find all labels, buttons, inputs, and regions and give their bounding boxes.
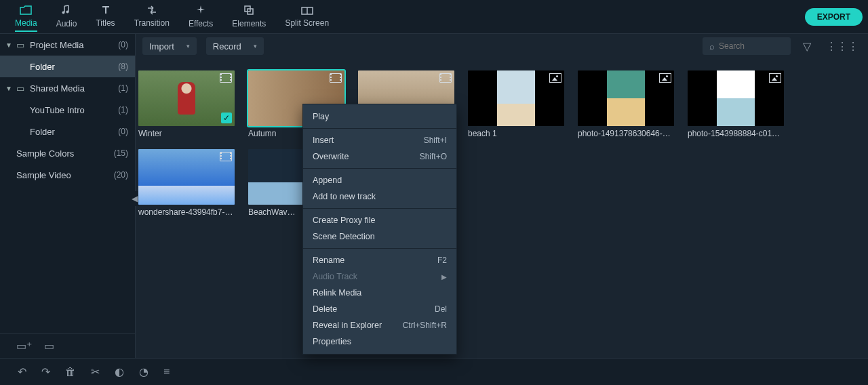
- trans-icon: [146, 5, 157, 17]
- import-dropdown[interactable]: Import ▾: [142, 37, 197, 55]
- photo-icon: [549, 73, 561, 83]
- context-menu[interactable]: PlayInsertShift+IOverwriteShift+OAppendA…: [302, 104, 457, 354]
- tab-effects[interactable]: Effects: [179, 0, 222, 34]
- menu-item-shortcut: Ctrl+Shift+R: [403, 321, 447, 330]
- clip-label: wondershare-43994fb7-9…: [138, 207, 235, 217]
- clip-label: photo-1543988884-c01cf…: [688, 129, 784, 138]
- shared-folder-icon[interactable]: ▭: [44, 340, 54, 352]
- cut-icon[interactable]: ✂: [91, 365, 100, 378]
- import-label: Import: [149, 41, 174, 52]
- sidebar-item-sample-video[interactable]: Sample Video(20): [0, 164, 135, 186]
- search-icon: ⌕: [709, 41, 715, 52]
- tab-transition[interactable]: Transition: [125, 0, 179, 34]
- menu-item-label: Properties: [313, 337, 447, 346]
- sidebar-item-count: (0): [118, 127, 128, 136]
- search-box[interactable]: ⌕: [703, 37, 791, 55]
- tab-titles[interactable]: Titles: [86, 0, 124, 34]
- menu-item-rename[interactable]: RenameF2: [303, 252, 456, 268]
- sidebar-item-shared-media[interactable]: ▼▭Shared Media(1): [0, 77, 135, 99]
- check-icon: ✓: [221, 113, 232, 123]
- menu-item-reveal-in-explorer[interactable]: Reveal in ExplorerCtrl+Shift+R: [303, 317, 456, 333]
- tab-label: Media: [15, 18, 37, 32]
- menu-item-create-proxy-file[interactable]: Create Proxy file: [303, 212, 456, 228]
- clip-thumbnail[interactable]: [578, 70, 674, 126]
- menu-item-add-to-new-track[interactable]: Add to new track: [303, 188, 456, 205]
- sidebar-item-project-media[interactable]: ▼▭Project Media(0): [0, 34, 135, 56]
- menu-item-label: Create Proxy file: [313, 216, 447, 225]
- folder-icon: ▭: [16, 83, 26, 94]
- sidebar-item-sample-colors[interactable]: Sample Colors(15): [0, 142, 135, 164]
- redo-icon[interactable]: ↷: [41, 365, 50, 378]
- export-button[interactable]: EXPORT: [805, 8, 863, 26]
- grid-view-icon[interactable]: ⋮⋮⋮: [823, 37, 861, 56]
- tab-label: Elements: [232, 19, 266, 28]
- menu-item-append[interactable]: Append: [303, 172, 456, 188]
- sidebar-item-count: (8): [118, 62, 128, 71]
- trash-icon[interactable]: 🗑: [65, 366, 76, 378]
- spark-icon: [195, 5, 206, 18]
- clip-thumbnail[interactable]: [468, 70, 564, 126]
- media-clip[interactable]: wondershare-43994fb7-9…: [138, 149, 235, 217]
- sidebar-item-folder[interactable]: Folder(0): [0, 121, 135, 142]
- sidebar-item-label: Folder: [30, 127, 118, 137]
- sidebar-item-count: (20): [114, 170, 128, 180]
- clip-thumbnail[interactable]: [688, 70, 784, 126]
- menu-item-label: Insert: [313, 136, 424, 145]
- menu-item-label: Relink Media: [313, 288, 447, 298]
- sidebar-item-count: (1): [118, 83, 128, 93]
- top-tabs: MediaAudioTitlesTransitionEffectsElement…: [0, 0, 868, 34]
- search-input[interactable]: [719, 41, 784, 51]
- menu-item-label: Rename: [313, 256, 437, 265]
- menu-separator: [303, 168, 456, 169]
- sidebar-item-label: Project Media: [30, 40, 118, 50]
- clip-thumbnail[interactable]: ✓: [138, 70, 235, 126]
- clip-label: Winter: [138, 129, 235, 138]
- chevron-down-icon: ▾: [186, 43, 190, 49]
- media-clip[interactable]: beach 1: [468, 70, 564, 138]
- menu-separator: [303, 208, 456, 209]
- menu-item-play[interactable]: Play: [303, 108, 456, 125]
- sidebar-item-label: YouTube Intro: [30, 105, 118, 115]
- note-icon: [61, 5, 72, 18]
- video-icon: [220, 152, 232, 161]
- bottom-toolbar: ↶ ↷ 🗑 ✂ ◐ ◔ ≡: [0, 358, 868, 385]
- sidebar-item-folder[interactable]: Folder(8): [0, 56, 135, 77]
- menu-item-overwrite[interactable]: OverwriteShift+O: [303, 148, 456, 165]
- media-toolbar: Import ▾ Record ▾ ⌕ ▽ ⋮⋮⋮: [136, 34, 868, 58]
- clip-thumbnail[interactable]: [138, 149, 235, 205]
- menu-item-label: Play: [313, 112, 447, 121]
- menu-item-relink-media[interactable]: Relink Media: [303, 285, 456, 301]
- settings-icon[interactable]: ≡: [163, 366, 170, 378]
- tab-elements[interactable]: Elements: [222, 0, 275, 34]
- tab-media[interactable]: Media: [5, 0, 47, 34]
- sidebar-item-label: Shared Media: [30, 83, 118, 94]
- menu-separator: [303, 128, 456, 129]
- tab-label: Titles: [96, 18, 115, 28]
- chevron-down-icon: ▼: [5, 85, 14, 92]
- filter-icon[interactable]: ▽: [800, 37, 814, 56]
- undo-icon[interactable]: ↶: [18, 365, 26, 378]
- menu-item-label: Add to new track: [313, 192, 447, 201]
- media-sidebar: ▼▭Project Media(0)Folder(8)▼▭Shared Medi…: [0, 34, 136, 358]
- menu-item-scene-detection[interactable]: Scene Detection: [303, 228, 456, 245]
- new-folder-icon[interactable]: ▭⁺: [16, 340, 32, 352]
- media-clip[interactable]: photo-1491378630646-34…: [578, 70, 674, 138]
- sidebar-item-label: Folder: [30, 62, 118, 72]
- tab-label: Audio: [56, 19, 77, 28]
- menu-item-audio-track: Audio Track▶: [303, 268, 456, 285]
- tab-split-screen[interactable]: Split Screen: [275, 0, 338, 34]
- tab-audio[interactable]: Audio: [47, 0, 87, 34]
- sidebar-item-count: (1): [118, 105, 128, 115]
- menu-item-delete[interactable]: DeleteDel: [303, 301, 456, 317]
- color-icon[interactable]: ◐: [115, 365, 124, 378]
- media-clip[interactable]: ✓Winter: [138, 70, 235, 138]
- menu-item-insert[interactable]: InsertShift+I: [303, 132, 456, 148]
- menu-item-properties[interactable]: Properties: [303, 333, 456, 350]
- sidebar-item-youtube-intro[interactable]: YouTube Intro(1): [0, 99, 135, 121]
- media-clip[interactable]: photo-1543988884-c01cf…: [688, 70, 784, 138]
- record-dropdown[interactable]: Record ▾: [206, 37, 264, 55]
- menu-item-label: Scene Detection: [313, 232, 447, 241]
- timer-icon[interactable]: ◔: [139, 365, 149, 378]
- menu-item-label: Delete: [313, 304, 435, 314]
- video-icon: [439, 73, 452, 83]
